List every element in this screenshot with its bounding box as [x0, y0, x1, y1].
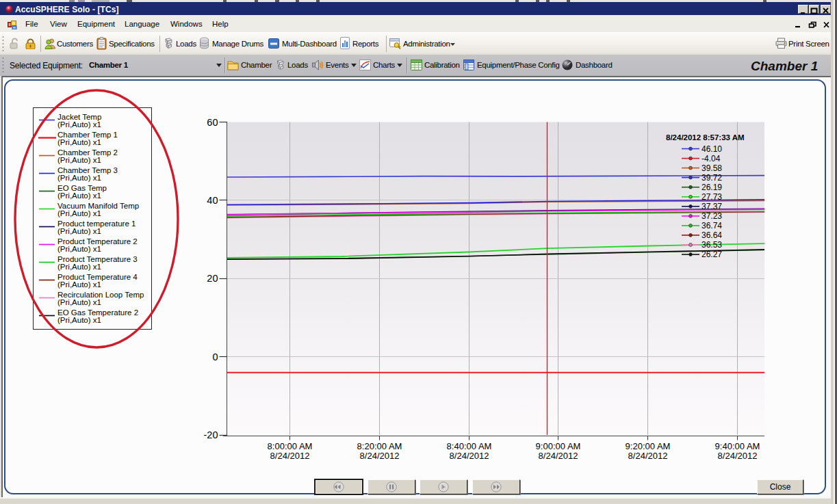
svg-text:(Pri,Auto) x1: (Pri,Auto) x1 — [57, 120, 101, 129]
svg-text:(Pri,Auto) x1: (Pri,Auto) x1 — [57, 138, 101, 146]
svg-text:(Pri,Auto) x1: (Pri,Auto) x1 — [57, 191, 101, 200]
svg-text:39.72: 39.72 — [701, 173, 722, 183]
svg-text:0: 0 — [212, 352, 218, 362]
svg-text:9:40:00 AM: 9:40:00 AM — [715, 441, 760, 451]
svg-text:Product Temperature 4: Product Temperature 4 — [57, 273, 138, 281]
svg-text:(Pri,Auto) x1: (Pri,Auto) x1 — [57, 227, 101, 235]
svg-text:26.27: 26.27 — [701, 250, 722, 259]
svg-text:8/24/2012 8:57:33 AM: 8/24/2012 8:57:33 AM — [666, 133, 745, 142]
svg-text:Chamber Temp 3: Chamber Temp 3 — [57, 166, 118, 174]
svg-text:46.10: 46.10 — [701, 144, 722, 154]
svg-text:Recirculation Loop Temp: Recirculation Loop Temp — [57, 291, 144, 299]
svg-text:26.19: 26.19 — [701, 183, 722, 192]
svg-text:(Pri,Auto) x1: (Pri,Auto) x1 — [57, 298, 101, 306]
svg-text:9:20:00 AM: 9:20:00 AM — [626, 441, 671, 451]
svg-text:Vacuum Manifold Temp: Vacuum Manifold Temp — [57, 202, 139, 210]
svg-text:37.23: 37.23 — [701, 211, 722, 221]
svg-text:8/24/2012: 8/24/2012 — [270, 451, 310, 461]
svg-text:Jacket Temp: Jacket Temp — [57, 113, 101, 121]
svg-text:20: 20 — [207, 273, 218, 284]
svg-text:(Pri,Auto) x1: (Pri,Auto) x1 — [57, 209, 101, 217]
svg-text:Chamber Temp 1: Chamber Temp 1 — [57, 131, 118, 139]
svg-text:40: 40 — [207, 195, 218, 206]
svg-text:(Pri,Auto) x1: (Pri,Auto) x1 — [57, 156, 101, 164]
svg-text:8/24/2012: 8/24/2012 — [718, 451, 758, 461]
svg-text:36.64: 36.64 — [701, 230, 722, 240]
svg-text:-4.04: -4.04 — [701, 154, 721, 163]
svg-text:36.74: 36.74 — [701, 221, 722, 230]
svg-text:(Pri,Auto) x1: (Pri,Auto) x1 — [57, 263, 101, 271]
svg-text:37.37: 37.37 — [701, 202, 722, 211]
svg-text:8/24/2012: 8/24/2012 — [450, 451, 489, 461]
svg-text:39.58: 39.58 — [701, 163, 722, 173]
svg-text:(Pri,Auto) x1: (Pri,Auto) x1 — [57, 174, 101, 182]
svg-text:27.73: 27.73 — [701, 192, 722, 202]
svg-text:8/24/2012: 8/24/2012 — [539, 451, 578, 461]
svg-text:36.53: 36.53 — [701, 240, 722, 250]
svg-text:(Pri,Auto) x1: (Pri,Auto) x1 — [57, 316, 101, 324]
svg-text:8/24/2012: 8/24/2012 — [360, 451, 400, 461]
svg-text:Chamber Temp 2: Chamber Temp 2 — [57, 148, 118, 157]
svg-text:8:20:00 AM: 8:20:00 AM — [357, 441, 402, 451]
svg-text:Product Temperature 3: Product Temperature 3 — [57, 255, 138, 263]
svg-text:9:00:00 AM: 9:00:00 AM — [536, 441, 581, 451]
svg-text:60: 60 — [207, 117, 218, 128]
svg-text:Product temperature 1: Product temperature 1 — [57, 220, 136, 228]
svg-text:8/24/2012: 8/24/2012 — [628, 451, 668, 461]
svg-text:-20: -20 — [204, 429, 218, 440]
svg-text:Product Temperature 2: Product Temperature 2 — [57, 237, 138, 246]
svg-text:(Pri,Auto) x1: (Pri,Auto) x1 — [57, 280, 101, 289]
svg-text:EO Gas Temperature 2: EO Gas Temperature 2 — [57, 308, 138, 317]
svg-text:(Pri,Auto) x1: (Pri,Auto) x1 — [57, 245, 101, 253]
svg-text:EO Gas Temp: EO Gas Temp — [57, 184, 107, 192]
svg-text:8:00:00 AM: 8:00:00 AM — [268, 441, 313, 451]
svg-text:8:40:00 AM: 8:40:00 AM — [447, 441, 492, 451]
